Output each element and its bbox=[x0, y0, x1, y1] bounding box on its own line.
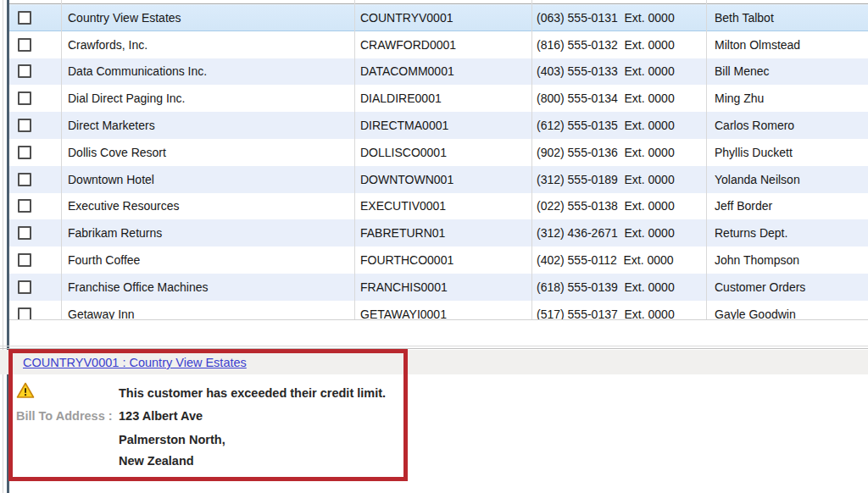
table-row[interactable]: Fourth Coffee FOURTHCO0001 (402) 555-011… bbox=[9, 246, 868, 274]
table-row[interactable]: Fabrikam Returns FABRETURN01 (312) 436-2… bbox=[9, 219, 868, 246]
phone-cell: (800) 555-0134 Ext. 0000 bbox=[537, 85, 675, 112]
credit-limit-warning-text: This customer has exceeded their credit … bbox=[119, 386, 386, 400]
contact-cell: Yolanda Neilson bbox=[715, 166, 800, 193]
address-line-1: 123 Albert Ave bbox=[119, 409, 203, 423]
phone-cell: (312) 436-2671 Ext. 0000 bbox=[537, 219, 675, 246]
phone-cell: (402) 555-0112 Ext. 0000 bbox=[537, 246, 674, 274]
contact-cell: Bill Menec bbox=[715, 58, 770, 86]
contact-cell: Beth Talbot bbox=[715, 4, 774, 31]
phone-cell: (902) 555-0136 Ext. 0000 bbox=[537, 139, 675, 166]
customer-id-cell: FOURTHCO0001 bbox=[360, 246, 453, 274]
phone-cell: (403) 555-0133 Ext. 0000 bbox=[537, 58, 675, 86]
contact-cell: John Thompson bbox=[715, 246, 799, 274]
panel-separator-line bbox=[0, 348, 868, 349]
row-checkbox-cell bbox=[14, 219, 61, 246]
customer-id-cell: EXECUTIV0001 bbox=[360, 193, 446, 220]
phone-cell: (063) 555-0131 Ext. 0000 bbox=[537, 4, 675, 31]
contact-cell: Customer Orders bbox=[715, 274, 805, 301]
customer-name-cell: Getaway Inn bbox=[68, 301, 135, 320]
panel-separator-line bbox=[0, 346, 868, 346]
customer-name-cell: Downtown Hotel bbox=[68, 166, 154, 193]
row-checkbox[interactable] bbox=[18, 38, 31, 52]
row-checkbox-cell bbox=[14, 58, 61, 86]
phone-cell: (517) 555-0137 Ext. 0000 bbox=[537, 301, 675, 320]
customer-name-cell: Fabrikam Returns bbox=[68, 219, 162, 246]
table-row[interactable]: Data Communications Inc. DATACOMM0001 (4… bbox=[9, 58, 868, 86]
row-checkbox[interactable] bbox=[18, 91, 31, 105]
customer-name-cell: Executive Resources bbox=[68, 193, 180, 220]
row-checkbox-cell bbox=[14, 246, 61, 274]
row-checkbox[interactable] bbox=[18, 226, 31, 240]
customer-name-cell: Crawfords, Inc. bbox=[68, 31, 147, 58]
row-checkbox[interactable] bbox=[18, 253, 31, 267]
customer-id-cell: DIALDIRE0001 bbox=[360, 85, 442, 112]
customer-id-cell: DIRECTMA0001 bbox=[360, 112, 448, 139]
column-separator bbox=[531, 0, 532, 319]
contact-cell: Phyllis Duckett bbox=[715, 139, 793, 166]
phone-cell: (022) 555-0138 Ext. 0000 bbox=[537, 193, 675, 220]
contact-cell: Ming Zhu bbox=[715, 85, 764, 112]
address-line-3: New Zealand bbox=[119, 454, 194, 468]
table-row[interactable]: Direct Marketers DIRECTMA0001 (612) 555-… bbox=[9, 112, 868, 139]
column-separator bbox=[354, 0, 355, 319]
row-checkbox[interactable] bbox=[18, 199, 31, 213]
contact-cell: Carlos Romero bbox=[715, 112, 794, 139]
table-row[interactable]: Country View Estates COUNTRYV0001 (063) … bbox=[9, 4, 868, 31]
table-row[interactable]: Executive Resources EXECUTIV0001 (022) 5… bbox=[9, 193, 868, 220]
contact-cell: Milton Olmstead bbox=[715, 31, 800, 58]
customer-name-cell: Fourth Coffee bbox=[68, 246, 140, 274]
customer-id-cell: DOLLISCO0001 bbox=[360, 139, 447, 166]
column-separator bbox=[706, 0, 707, 319]
table-row[interactable]: Dollis Cove Resort DOLLISCO0001 (902) 55… bbox=[9, 139, 868, 166]
table-row[interactable]: Getaway Inn GETAWAYI0001 (517) 555-0137 … bbox=[9, 301, 868, 320]
row-checkbox-cell bbox=[14, 274, 61, 301]
row-checkbox[interactable] bbox=[18, 119, 31, 132]
phone-cell: (618) 555-0139 Ext. 0000 bbox=[537, 274, 675, 301]
customer-id-cell: DATACOMM0001 bbox=[360, 58, 454, 86]
customer-id-cell: FABRETURN01 bbox=[360, 219, 445, 246]
window-edge-highlight bbox=[3, 0, 3, 493]
column-separator bbox=[61, 0, 62, 319]
customer-list-screen: Country View Estates COUNTRYV0001 (063) … bbox=[0, 0, 868, 493]
phone-cell: (816) 555-0132 Ext. 0000 bbox=[537, 31, 675, 58]
customer-id-cell: DOWNTOWN001 bbox=[360, 166, 453, 193]
row-checkbox-cell bbox=[14, 193, 61, 220]
row-checkbox-cell bbox=[14, 112, 61, 139]
customer-name-cell: Franchise Office Machines bbox=[68, 274, 208, 301]
customer-name-cell: Dollis Cove Resort bbox=[68, 139, 166, 166]
row-checkbox[interactable] bbox=[18, 173, 31, 186]
contact-cell: Gayle Goodwin bbox=[715, 301, 796, 320]
table-row[interactable]: Dial Direct Paging Inc. DIALDIRE0001 (80… bbox=[9, 85, 868, 112]
row-checkbox[interactable] bbox=[18, 307, 31, 320]
customer-detail-link[interactable]: COUNTRYV0001 : Country View Estates bbox=[23, 356, 247, 369]
row-checkbox-cell bbox=[14, 166, 61, 193]
customer-name-cell: Dial Direct Paging Inc. bbox=[68, 85, 186, 112]
row-checkbox[interactable] bbox=[18, 280, 31, 294]
row-checkbox-cell bbox=[14, 31, 61, 58]
customer-id-cell: CRAWFORD0001 bbox=[360, 31, 456, 58]
customer-name-cell: Data Communications Inc. bbox=[68, 58, 207, 86]
phone-cell: (612) 555-0135 Ext. 0000 bbox=[537, 112, 675, 139]
row-checkbox[interactable] bbox=[18, 64, 31, 78]
address-line-2: Palmerston North, bbox=[119, 433, 225, 446]
warning-triangle-icon bbox=[16, 382, 35, 402]
phone-cell: (312) 555-0189 Ext. 0000 bbox=[537, 166, 675, 193]
customer-table-rows: Country View Estates COUNTRYV0001 (063) … bbox=[9, 4, 868, 320]
row-checkbox[interactable] bbox=[18, 11, 31, 25]
table-row[interactable]: Crawfords, Inc. CRAWFORD0001 (816) 555-0… bbox=[9, 31, 868, 58]
bill-to-address-label: Bill To Address : bbox=[16, 409, 113, 423]
table-row[interactable]: Franchise Office Machines FRANCHIS0001 (… bbox=[9, 274, 868, 301]
row-checkbox-cell bbox=[14, 4, 61, 31]
customer-id-cell: GETAWAYI0001 bbox=[360, 301, 447, 320]
table-row[interactable]: Downtown Hotel DOWNTOWN001 (312) 555-018… bbox=[9, 166, 868, 193]
row-checkbox-cell bbox=[14, 85, 61, 112]
contact-cell: Returns Dept. bbox=[715, 219, 787, 246]
customer-name-cell: Country View Estates bbox=[68, 4, 181, 31]
row-checkbox[interactable] bbox=[18, 146, 31, 159]
row-checkbox-cell bbox=[14, 139, 61, 166]
row-checkbox-cell bbox=[14, 301, 61, 320]
customer-name-cell: Direct Marketers bbox=[68, 112, 155, 139]
customer-id-cell: FRANCHIS0001 bbox=[360, 274, 448, 301]
customer-table: Country View Estates COUNTRYV0001 (063) … bbox=[9, 0, 868, 320]
customer-id-cell: COUNTRYV0001 bbox=[360, 4, 453, 31]
